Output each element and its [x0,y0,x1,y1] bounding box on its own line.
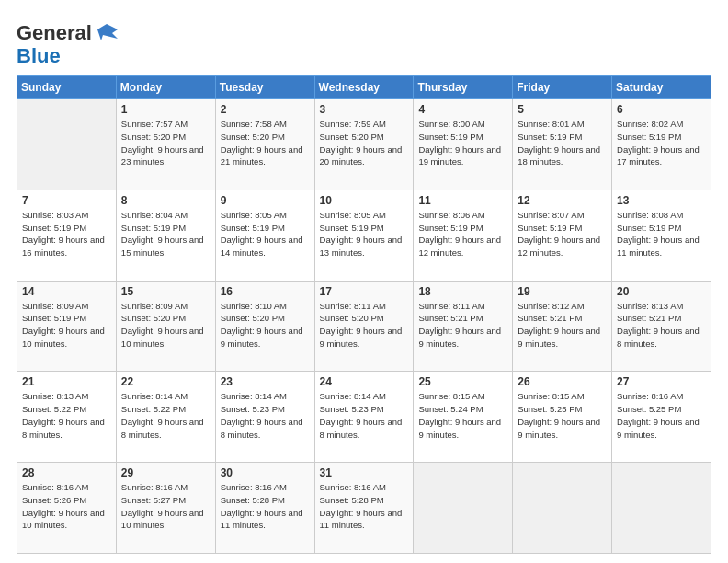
calendar-cell: 2Sunrise: 7:58 AMSunset: 5:20 PMDaylight… [215,99,314,190]
calendar-cell: 12Sunrise: 8:07 AMSunset: 5:19 PMDayligh… [513,190,612,281]
calendar-cell: 11Sunrise: 8:06 AMSunset: 5:19 PMDayligh… [414,190,513,281]
calendar-cell: 9Sunrise: 8:05 AMSunset: 5:19 PMDaylight… [215,190,314,281]
cell-content: Sunrise: 8:07 AMSunset: 5:19 PMDaylight:… [518,209,607,259]
week-row-0: 1Sunrise: 7:57 AMSunset: 5:20 PMDaylight… [17,99,711,190]
day-number: 31 [320,466,409,479]
cell-content: Sunrise: 8:04 AMSunset: 5:19 PMDaylight:… [121,209,210,259]
cell-content: Sunrise: 7:58 AMSunset: 5:20 PMDaylight:… [221,118,310,168]
cell-content: Sunrise: 8:08 AMSunset: 5:19 PMDaylight:… [617,209,706,259]
calendar-cell: 28Sunrise: 8:16 AMSunset: 5:26 PMDayligh… [17,463,117,554]
cell-content: Sunrise: 7:59 AMSunset: 5:20 PMDaylight:… [320,118,409,168]
day-number: 15 [121,285,210,298]
day-number: 19 [518,285,607,298]
col-header-monday: Monday [116,76,215,99]
calendar-cell: 7Sunrise: 8:03 AMSunset: 5:19 PMDaylight… [17,190,117,281]
calendar-cell: 8Sunrise: 8:04 AMSunset: 5:19 PMDaylight… [116,190,215,281]
calendar-cell: 25Sunrise: 8:15 AMSunset: 5:24 PMDayligh… [414,372,513,463]
svg-marker-0 [97,24,118,40]
col-header-wednesday: Wednesday [314,76,414,99]
day-number: 17 [320,285,409,298]
calendar-cell: 26Sunrise: 8:15 AMSunset: 5:25 PMDayligh… [513,372,612,463]
calendar-cell: 19Sunrise: 8:12 AMSunset: 5:21 PMDayligh… [513,281,612,372]
col-header-sunday: Sunday [17,76,117,99]
week-row-1: 7Sunrise: 8:03 AMSunset: 5:19 PMDaylight… [17,190,711,281]
cell-content: Sunrise: 8:12 AMSunset: 5:21 PMDaylight:… [518,300,607,350]
logo: General Blue [17,20,119,66]
calendar-cell: 6Sunrise: 8:02 AMSunset: 5:19 PMDaylight… [612,99,711,190]
day-number: 27 [617,375,706,388]
day-number: 8 [121,194,210,207]
col-header-saturday: Saturday [612,76,711,99]
header: General Blue [17,17,711,66]
cell-content: Sunrise: 8:03 AMSunset: 5:19 PMDaylight:… [22,209,111,259]
day-number: 18 [418,285,507,298]
calendar-cell: 1Sunrise: 7:57 AMSunset: 5:20 PMDaylight… [116,99,215,190]
calendar-cell [612,463,711,554]
day-number: 5 [518,103,607,116]
cell-content: Sunrise: 8:15 AMSunset: 5:24 PMDaylight:… [418,390,507,441]
calendar-cell: 13Sunrise: 8:08 AMSunset: 5:19 PMDayligh… [612,190,711,281]
cell-content: Sunrise: 8:11 AMSunset: 5:21 PMDaylight:… [418,300,507,350]
calendar-cell: 20Sunrise: 8:13 AMSunset: 5:21 PMDayligh… [612,281,711,372]
week-row-2: 14Sunrise: 8:09 AMSunset: 5:19 PMDayligh… [17,281,711,372]
day-number: 6 [617,103,706,116]
day-number: 26 [518,375,607,388]
calendar-cell [513,463,612,554]
cell-content: Sunrise: 8:11 AMSunset: 5:20 PMDaylight:… [320,300,409,350]
day-number: 25 [418,375,507,388]
page: General Blue SundayMondayTuesdayWednesda… [0,0,728,563]
day-number: 2 [221,103,310,116]
week-row-3: 21Sunrise: 8:13 AMSunset: 5:22 PMDayligh… [17,372,711,463]
cell-content: Sunrise: 8:05 AMSunset: 5:19 PMDaylight:… [320,209,409,259]
day-number: 24 [320,375,409,388]
calendar-cell: 23Sunrise: 8:14 AMSunset: 5:23 PMDayligh… [215,372,314,463]
logo-bird-icon [94,20,119,46]
cell-content: Sunrise: 8:16 AMSunset: 5:27 PMDaylight:… [121,481,210,532]
day-number: 3 [320,103,409,116]
calendar-cell: 30Sunrise: 8:16 AMSunset: 5:28 PMDayligh… [215,463,314,554]
day-number: 7 [22,194,111,207]
calendar-cell: 22Sunrise: 8:14 AMSunset: 5:22 PMDayligh… [116,372,215,463]
cell-content: Sunrise: 8:16 AMSunset: 5:28 PMDaylight:… [221,481,310,532]
day-number: 9 [221,194,310,207]
col-header-friday: Friday [513,76,612,99]
cell-content: Sunrise: 8:05 AMSunset: 5:19 PMDaylight:… [221,209,310,259]
cell-content: Sunrise: 8:09 AMSunset: 5:19 PMDaylight:… [22,300,111,350]
calendar-cell: 4Sunrise: 8:00 AMSunset: 5:19 PMDaylight… [414,99,513,190]
day-number: 10 [320,194,409,207]
day-number: 21 [22,375,111,388]
cell-content: Sunrise: 8:14 AMSunset: 5:23 PMDaylight:… [320,390,409,441]
calendar-cell: 15Sunrise: 8:09 AMSunset: 5:20 PMDayligh… [116,281,215,372]
cell-content: Sunrise: 8:09 AMSunset: 5:20 PMDaylight:… [121,300,210,350]
cell-content: Sunrise: 8:10 AMSunset: 5:20 PMDaylight:… [221,300,310,350]
day-number: 23 [221,375,310,388]
day-number: 11 [418,194,507,207]
logo-text: General [17,23,92,43]
col-header-tuesday: Tuesday [215,76,314,99]
cell-content: Sunrise: 8:15 AMSunset: 5:25 PMDaylight:… [518,390,607,441]
day-number: 30 [221,466,310,479]
cell-content: Sunrise: 8:06 AMSunset: 5:19 PMDaylight:… [418,209,507,259]
day-number: 14 [22,285,111,298]
calendar-cell [17,99,117,190]
calendar-cell: 17Sunrise: 8:11 AMSunset: 5:20 PMDayligh… [314,281,414,372]
col-header-thursday: Thursday [414,76,513,99]
day-number: 4 [418,103,507,116]
day-number: 13 [617,194,706,207]
calendar-cell: 29Sunrise: 8:16 AMSunset: 5:27 PMDayligh… [116,463,215,554]
cell-content: Sunrise: 8:01 AMSunset: 5:19 PMDaylight:… [518,118,607,168]
calendar-header-row: SundayMondayTuesdayWednesdayThursdayFrid… [17,76,711,99]
day-number: 29 [121,466,210,479]
calendar-cell: 18Sunrise: 8:11 AMSunset: 5:21 PMDayligh… [414,281,513,372]
calendar-cell: 31Sunrise: 8:16 AMSunset: 5:28 PMDayligh… [314,463,414,554]
day-number: 12 [518,194,607,207]
calendar-cell: 27Sunrise: 8:16 AMSunset: 5:25 PMDayligh… [612,372,711,463]
calendar-cell [414,463,513,554]
calendar-cell: 3Sunrise: 7:59 AMSunset: 5:20 PMDaylight… [314,99,414,190]
calendar-cell: 5Sunrise: 8:01 AMSunset: 5:19 PMDaylight… [513,99,612,190]
cell-content: Sunrise: 8:13 AMSunset: 5:22 PMDaylight:… [22,390,111,441]
cell-content: Sunrise: 8:02 AMSunset: 5:19 PMDaylight:… [617,118,706,168]
week-row-4: 28Sunrise: 8:16 AMSunset: 5:26 PMDayligh… [17,463,711,554]
day-number: 1 [121,103,210,116]
calendar-cell: 14Sunrise: 8:09 AMSunset: 5:19 PMDayligh… [17,281,117,372]
